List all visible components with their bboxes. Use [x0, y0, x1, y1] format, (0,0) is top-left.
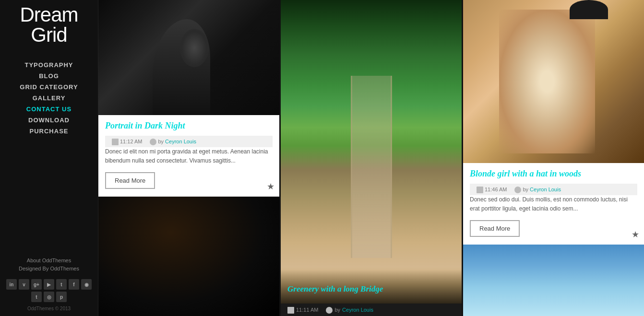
nav-link-typography[interactable]: TYPOGRAPHY — [0, 59, 98, 70]
sky-image — [463, 245, 644, 316]
calendar-icon-blonde — [477, 187, 483, 193]
blonde-read-more-button[interactable]: Read More — [470, 220, 520, 237]
main-content: Portrait in Dark Night 11:12 AM by Ceyro… — [98, 0, 644, 316]
nav-link-download[interactable]: DOWNLOAD — [0, 115, 98, 126]
blonde-image — [463, 0, 644, 163]
blonde-content: Blonde girl with a hat in woods 11:46 AM… — [463, 163, 644, 245]
sidebar: Dream Grid TYPOGRAPHY BLOG GRID CATEGORY… — [0, 0, 98, 316]
calendar-icon — [112, 139, 119, 145]
blonde-excerpt: Donec sed odio dui. Duis mollis, est non… — [470, 195, 637, 213]
site-logo: Dream Grid — [20, 5, 78, 45]
portrait-time: 11:12 AM — [112, 138, 142, 145]
card-portrait: Portrait in Dark Night 11:12 AM by Ceyro… — [98, 0, 279, 197]
column-3: Blonde girl with a hat in woods 11:46 AM… — [463, 0, 644, 316]
blonde-author: by Ceyron Louis — [514, 186, 561, 193]
portrait-image — [98, 0, 279, 115]
blonde-time: 11:46 AM — [477, 186, 507, 193]
blonde-title: Blonde girl with a hat in woods — [470, 169, 637, 179]
bridge-image: Greenery with a long Bridge — [281, 0, 462, 304]
nav-link-grid-category[interactable]: GRID CATEGORY — [0, 82, 98, 93]
tumblr-icon[interactable]: t — [31, 292, 42, 302]
instagram-icon[interactable]: ◎ — [44, 292, 54, 302]
nav-menu: TYPOGRAPHY BLOG GRID CATEGORY GALLERY CO… — [0, 59, 98, 137]
blonde-author-link[interactable]: Ceyron Louis — [530, 187, 561, 192]
nav-item-contact[interactable]: CONTACT US — [0, 104, 98, 115]
youtube-icon[interactable]: ▶ — [44, 279, 54, 290]
blonde-star-icon: ★ — [632, 229, 639, 240]
nav-item-purchase[interactable]: PURCHASE — [0, 126, 98, 137]
about-links: About OddThemes Designed By OddThemes — [5, 257, 93, 273]
bridge-label-overlay: Greenery with a long Bridge — [281, 270, 462, 304]
bridge-meta: 11:11 AM by Ceyron Louis — [281, 304, 462, 316]
logo-line1: Dream — [20, 3, 78, 26]
google-plus-icon[interactable]: g+ — [31, 279, 42, 290]
nav-item-download[interactable]: DOWNLOAD — [0, 115, 98, 126]
bridge-author-link[interactable]: Ceyron Louis — [342, 307, 373, 313]
portrait-author-link[interactable]: Ceyron Louis — [165, 139, 196, 144]
calendar-icon-bridge — [287, 307, 294, 314]
author-icon-bridge — [326, 307, 333, 314]
nav-link-blog[interactable]: BLOG — [0, 70, 98, 82]
pinterest-icon[interactable]: p — [56, 292, 67, 302]
portrait-meta: 11:12 AM by Ceyron Louis — [105, 136, 273, 147]
portrait-title: Portrait in Dark Night — [105, 121, 273, 131]
nav-item-blog[interactable]: BLOG — [0, 70, 98, 82]
blonde-meta: 11:46 AM by Ceyron Louis — [470, 184, 637, 195]
column-1: Portrait in Dark Night 11:12 AM by Ceyro… — [98, 0, 281, 316]
about-oddthemes-link[interactable]: About OddThemes — [27, 257, 71, 263]
card-bridge: Greenery with a long Bridge — [281, 0, 462, 304]
portrait-content: Portrait in Dark Night 11:12 AM by Ceyro… — [98, 115, 279, 197]
author-icon-blonde — [514, 187, 521, 193]
sidebar-footer: About OddThemes Designed By OddThemes in… — [0, 257, 98, 311]
portrait-read-more-button[interactable]: Read More — [105, 172, 155, 189]
column-2: Greenery with a long Bridge 11:11 AM by … — [281, 0, 463, 316]
linkedin-icon[interactable]: in — [6, 279, 17, 290]
nav-item-grid-category[interactable]: GRID CATEGORY — [0, 82, 98, 93]
bridge-title: Greenery with a long Bridge — [287, 284, 455, 294]
nav-link-purchase[interactable]: PURCHASE — [0, 126, 98, 137]
twitter-icon[interactable]: t — [56, 279, 67, 290]
designed-by-link[interactable]: Designed By OddThemes — [19, 266, 79, 271]
vimeo-icon[interactable]: v — [19, 279, 29, 290]
card-sky — [463, 245, 644, 316]
nav-link-contact[interactable]: CONTACT US — [0, 104, 98, 115]
portrait-star-icon: ★ — [267, 181, 274, 192]
portrait-excerpt: Donec id elit non mi porta gravida at eg… — [105, 147, 273, 165]
card-hair — [98, 197, 279, 316]
bridge-author: by Ceyron Louis — [326, 306, 373, 313]
social-icons-group: in v g+ ▶ t f ◉ t ◎ p — [5, 279, 93, 302]
rss-icon[interactable]: ◉ — [81, 279, 92, 290]
nav-item-gallery[interactable]: GALLERY — [0, 93, 98, 104]
facebook-icon[interactable]: f — [69, 279, 79, 290]
logo-line2: Grid — [31, 23, 67, 46]
card-blonde: Blonde girl with a hat in woods 11:46 AM… — [463, 0, 644, 245]
nav-item-typography[interactable]: TYPOGRAPHY — [0, 59, 98, 70]
author-icon — [150, 139, 156, 145]
bridge-time: 11:11 AM — [287, 306, 318, 313]
portrait-author: by Ceyron Louis — [150, 138, 196, 145]
hair-image — [98, 197, 279, 316]
copyright-text: OddThemes © 2013 — [5, 306, 93, 311]
nav-link-gallery[interactable]: GALLERY — [0, 93, 98, 104]
